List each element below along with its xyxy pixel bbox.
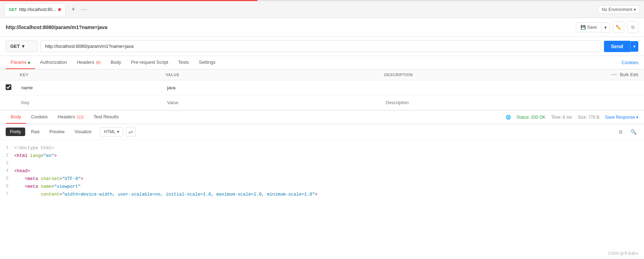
env-label: No Environment: [602, 7, 632, 12]
send-label: Send: [611, 44, 623, 49]
response-headers-badge: (12): [77, 115, 84, 119]
param-key-input-name[interactable]: [20, 84, 166, 92]
edit-icon-button[interactable]: ✏️: [613, 22, 624, 33]
param-row-placeholder: [0, 95, 644, 110]
tab-settings[interactable]: Settings: [194, 56, 221, 69]
response-tab-body[interactable]: Body: [6, 111, 26, 124]
wrap-icon: ⇌: [128, 129, 133, 135]
cookies-link[interactable]: Cookies: [622, 56, 638, 69]
param-desc-input-name[interactable]: [384, 84, 603, 92]
url-input[interactable]: [40, 40, 601, 52]
save-icon: 💾: [581, 25, 586, 30]
search-icon: 🔍: [631, 129, 637, 135]
response-tab-cookies[interactable]: Cookies: [26, 111, 53, 124]
bulk-edit-button[interactable]: Bulk Edit: [620, 72, 638, 77]
save-response-button[interactable]: Save Response ▾: [605, 115, 638, 120]
format-label: HTML: [104, 129, 116, 134]
params-table-header: KEY VALUE DESCRIPTION ··· Bulk Edit: [0, 69, 644, 80]
wrap-button[interactable]: ⇌: [126, 127, 136, 137]
code-line-2: 2 <html lang="en">: [0, 152, 644, 160]
param-key-input-placeholder[interactable]: [20, 98, 166, 107]
pretty-button[interactable]: Pretty: [6, 128, 25, 136]
param-value-input-name[interactable]: [166, 84, 384, 92]
more-tabs-button[interactable]: ···: [81, 6, 88, 13]
edit-icon: ✏️: [616, 25, 621, 30]
method-select[interactable]: GET ▾: [6, 40, 38, 52]
code-line-5: 5 <meta charset="UTF-8">: [0, 175, 644, 183]
response-section: Body Cookies Headers (12) Test Results 🌐…: [0, 110, 644, 203]
env-chevron-icon: ▾: [634, 7, 636, 12]
request-row: GET ▾ Send ▾: [0, 37, 644, 56]
tab-params[interactable]: Params: [6, 56, 35, 69]
search-response-button[interactable]: 🔍: [628, 127, 638, 137]
send-button[interactable]: Send: [604, 41, 630, 52]
code-line-4: 4 <head>: [0, 167, 644, 175]
time-label: Time: 6 ms: [551, 115, 572, 120]
save-dropdown-button[interactable]: ▾: [601, 22, 610, 33]
headers-badge: (6): [96, 60, 100, 64]
tab-headers[interactable]: Headers (6): [72, 56, 106, 69]
environment-select[interactable]: No Environment ▾: [598, 5, 640, 14]
code-line-3: 3: [0, 160, 644, 167]
copy-response-button[interactable]: ⧉: [616, 127, 626, 137]
send-dropdown-button[interactable]: ▾: [630, 41, 638, 52]
more-options-icon[interactable]: ···: [611, 72, 617, 78]
value-column-header: VALUE: [166, 73, 384, 77]
globe-icon[interactable]: 🌐: [506, 115, 511, 120]
request-url-display: http://localhost:8080/param/m1?name=java: [6, 24, 573, 30]
param-desc-input-placeholder[interactable]: [384, 98, 603, 107]
tab-prerequest[interactable]: Pre-request Script: [126, 56, 173, 69]
request-tabs-row: Params Authorization Headers (6) Body Pr…: [0, 56, 644, 69]
code-area: 1 <!doctype html> 2 <html lang="en"> 3 4…: [0, 140, 644, 203]
method-label: GET: [10, 44, 20, 49]
copy-response-icon: ⧉: [619, 129, 622, 135]
params-dot: [28, 62, 30, 64]
response-tab-headers[interactable]: Headers (12): [53, 111, 89, 124]
param-row-name: [0, 80, 644, 95]
code-line-1: 1 <!doctype html>: [0, 144, 644, 152]
tab-body[interactable]: Body: [106, 56, 126, 69]
tab-modified-dot: [58, 8, 61, 11]
url-display-section: http://localhost:8080/param/m1?name=java…: [0, 18, 644, 37]
tab-method: GET: [9, 7, 17, 12]
raw-button[interactable]: Raw: [27, 128, 44, 136]
description-column-header: DESCRIPTION: [384, 73, 603, 77]
top-bar: GET http://localhost:80... + ··· No Envi…: [0, 1, 644, 18]
code-line-7: 7 content="width=device-width, user-scal…: [0, 191, 644, 198]
param-value-input-placeholder[interactable]: [166, 98, 384, 107]
save-response-chevron-icon: ▾: [636, 115, 638, 120]
preview-button[interactable]: Preview: [45, 128, 69, 136]
visualize-button[interactable]: Visualize: [70, 128, 96, 136]
size-label: Size: 770 B: [578, 115, 599, 120]
format-chevron-icon: ▾: [117, 129, 119, 134]
param-checkbox-name[interactable]: [6, 84, 11, 90]
tab-tests[interactable]: Tests: [173, 56, 194, 69]
code-toolbar: Pretty Raw Preview Visualize HTML ▾ ⇌ ⧉ …: [0, 124, 644, 140]
save-label: Save: [587, 25, 597, 30]
method-chevron-icon: ▾: [22, 44, 24, 49]
key-column-header: KEY: [20, 73, 166, 77]
request-tab[interactable]: GET http://localhost:80...: [4, 3, 66, 16]
add-tab-button[interactable]: +: [68, 5, 78, 15]
copy-icon-button[interactable]: ⧉: [627, 22, 638, 33]
tab-authorization[interactable]: Authorization: [35, 56, 72, 69]
code-line-6: 6 <meta name="viewport": [0, 183, 644, 191]
response-tab-test-results[interactable]: Test Results: [89, 111, 124, 124]
status-label: Status: 200 OK: [517, 115, 545, 120]
save-button[interactable]: 💾 Save: [576, 22, 601, 32]
response-status-area: 🌐 Status: 200 OK Time: 6 ms Size: 770 B …: [506, 115, 638, 120]
copy-icon: ⧉: [631, 24, 634, 30]
tab-url: http://localhost:80...: [19, 7, 56, 12]
format-select[interactable]: HTML ▾: [100, 127, 123, 136]
response-tabs-row: Body Cookies Headers (12) Test Results 🌐…: [0, 111, 644, 124]
